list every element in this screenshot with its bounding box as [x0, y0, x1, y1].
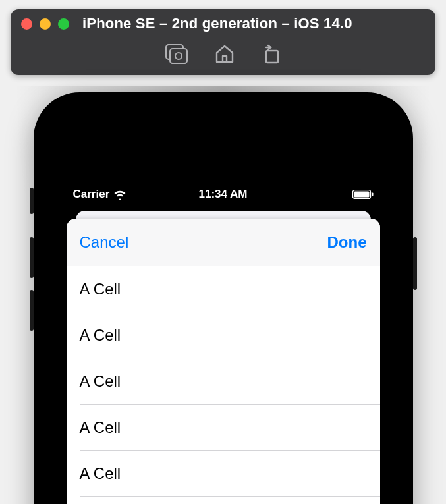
svg-rect-6	[354, 192, 369, 198]
svg-rect-3	[223, 56, 227, 62]
cell-label: A Cell	[80, 372, 121, 391]
table-row[interactable]: A Cell	[67, 451, 380, 497]
volume-up-button[interactable]	[30, 237, 34, 278]
screenshot-button[interactable]	[165, 44, 188, 64]
svg-rect-1	[170, 49, 187, 63]
cell-label: A Cell	[80, 326, 121, 345]
table-row[interactable]: A Cell	[67, 266, 380, 312]
simulator-window: iPhone SE – 2nd generation – iOS 14.0	[11, 9, 435, 75]
cancel-button[interactable]: Cancel	[80, 233, 129, 252]
cell-label: A Cell	[80, 280, 121, 298]
traffic-lights	[21, 18, 69, 30]
window-title: iPhone SE – 2nd generation – iOS 14.0	[82, 15, 352, 32]
carrier-label: Carrier	[73, 188, 110, 201]
table-row[interactable]: A Cell	[67, 312, 380, 358]
table-row[interactable]: A Cell	[67, 405, 380, 451]
wifi-icon	[113, 190, 126, 200]
simulator-toolbar	[11, 38, 435, 70]
table-row[interactable]: A Cell	[67, 358, 380, 405]
rotate-icon	[262, 43, 281, 65]
home-button[interactable]	[214, 44, 235, 64]
status-bar: Carrier 11:34 AM	[67, 184, 380, 204]
device-screen: Carrier 11:34 AM Cancel Done	[67, 184, 380, 504]
home-icon	[214, 44, 235, 64]
volume-down-button[interactable]	[30, 290, 34, 331]
rotate-button[interactable]	[262, 43, 281, 65]
close-window-button[interactable]	[21, 18, 32, 30]
done-button[interactable]: Done	[327, 233, 367, 252]
table-view[interactable]: A Cell A Cell A Cell A Cell A Cell	[67, 266, 380, 497]
svg-rect-4	[266, 51, 278, 63]
svg-rect-7	[372, 193, 374, 196]
status-right	[352, 190, 374, 199]
mute-switch[interactable]	[30, 188, 34, 214]
minimize-window-button[interactable]	[40, 18, 51, 30]
screenshot-icon	[165, 44, 188, 64]
status-left: Carrier	[73, 188, 127, 201]
modal-sheet: Cancel Done A Cell A Cell A Cell A Cell …	[67, 219, 380, 504]
zoom-window-button[interactable]	[58, 18, 69, 30]
titlebar: iPhone SE – 2nd generation – iOS 14.0	[11, 9, 435, 38]
battery-icon	[352, 190, 374, 199]
power-button[interactable]	[413, 237, 417, 290]
navigation-bar: Cancel Done	[67, 219, 380, 266]
iphone-device: Carrier 11:34 AM Cancel Done	[34, 92, 413, 504]
cell-label: A Cell	[80, 418, 121, 437]
cell-label: A Cell	[80, 464, 121, 483]
